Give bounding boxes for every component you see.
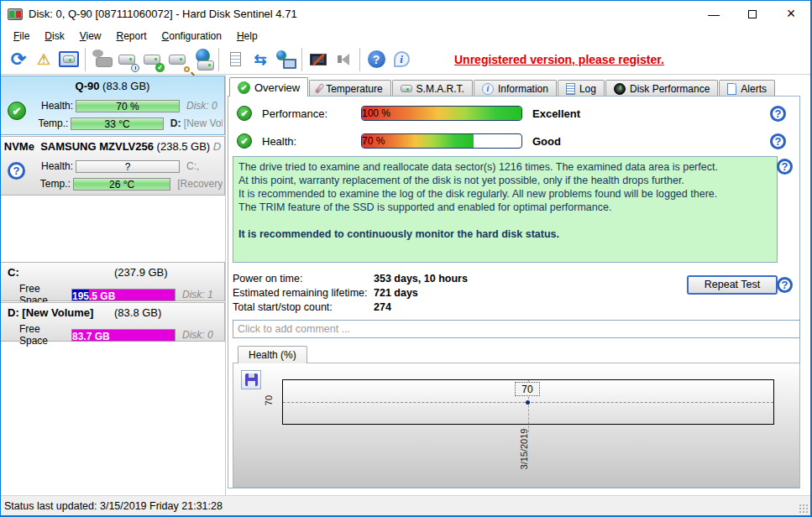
health-meter: 70 %	[361, 133, 522, 149]
tab-log[interactable]: Log	[558, 80, 605, 97]
disk-test-button[interactable]: ✓	[139, 47, 165, 72]
refresh-icon: ⟳	[11, 50, 26, 69]
tab-disk-performance[interactable]: Disk Performance	[605, 80, 718, 97]
help-icon[interactable]: ?	[777, 159, 793, 175]
ok-icon: ✔	[237, 133, 252, 149]
save-chart-button[interactable]	[241, 370, 261, 389]
report-document-icon	[230, 52, 241, 66]
gauge-icon	[614, 83, 626, 95]
sync-button[interactable]: ⇆	[248, 47, 273, 72]
sound-button[interactable]	[331, 47, 356, 72]
floppy-save-icon	[245, 373, 258, 386]
volume-size: (237.9 GB)	[114, 266, 168, 279]
disk-health-row: Health: ? C:,	[31, 159, 223, 174]
title-bar: Disk: 0, Q-90 [087111060072] - Hard Disk…	[1, 1, 810, 27]
warning-icon: ⚠	[37, 50, 50, 69]
sidebar-disk-q90[interactable]: Q-90 (83.8 GB) ✔ Health: 70 % Disk: 0 Te…	[1, 76, 225, 135]
free-space-row: Free Space 83.7 GB Disk: 0	[19, 323, 223, 347]
data-point-label: 70	[515, 382, 540, 396]
help-icon[interactable]: ?	[770, 133, 786, 149]
network-monitor-icon	[283, 59, 296, 69]
disk-size: (238.5 GB)	[157, 140, 211, 153]
comment-input[interactable]	[233, 320, 800, 338]
performance-meter: 100 %	[361, 106, 522, 121]
sidebar-spacer	[1, 196, 225, 262]
refresh-button[interactable]: ⟳	[6, 47, 31, 72]
disabled-disk-icon	[92, 50, 103, 57]
message-line: At this point, warranty replacement of t…	[238, 174, 772, 187]
speaker-icon	[338, 54, 349, 65]
info-button[interactable]: i	[389, 47, 414, 72]
unregistered-link[interactable]: Unregistered version, please register.	[454, 53, 664, 66]
app-logo-icon	[8, 8, 23, 20]
menu-report[interactable]: Report	[109, 29, 155, 44]
disk-name: Q-90	[76, 80, 100, 92]
tab-strip: ✔Overview Temperature S.M.A.R.T. iInform…	[229, 77, 810, 97]
help-icon: ?	[368, 50, 385, 68]
status-message-box[interactable]: The drive tried to examine and reallocat…	[233, 156, 778, 263]
main-panel: ✔Overview Temperature S.M.A.R.T. iInform…	[226, 76, 810, 495]
window-controls: — ×	[694, 1, 810, 27]
message-line: The TRIM feature of the SSD is supported…	[238, 201, 772, 214]
resize-grip[interactable]	[799, 504, 809, 514]
sidebar-volume-d[interactable]: D: [New Volume] (83.8 GB) Free Space 83.…	[1, 302, 225, 342]
disk-surface-scan-button[interactable]	[165, 47, 190, 72]
menu-file[interactable]: File	[6, 29, 37, 44]
disk-temp-row: Temp.: 26 °C [Recovery]	[31, 176, 223, 191]
maximize-icon	[748, 10, 757, 18]
page-icon	[727, 83, 736, 95]
chart-tab-health[interactable]: Health (%)	[238, 346, 307, 363]
health-bar: ?	[76, 160, 180, 173]
disk-trail: D	[213, 140, 221, 153]
hardware-tools-button[interactable]	[306, 47, 331, 72]
pc-screwdriver-icon	[310, 54, 327, 65]
tab-smart[interactable]: S.M.A.R.T.	[392, 80, 473, 97]
disk-magnifier-icon	[169, 55, 186, 65]
free-space-bar: 195.5 GB	[71, 289, 175, 301]
tab-temperature[interactable]: Temperature	[309, 80, 390, 97]
menu-view[interactable]: View	[72, 29, 109, 44]
ok-icon: ✔	[237, 106, 252, 121]
disk-display-button[interactable]	[56, 47, 81, 72]
close-button[interactable]: ×	[772, 1, 810, 27]
performance-row: ✔ Performance: 100 % Excellent ?	[237, 105, 793, 122]
tab-information[interactable]: iInformation	[474, 80, 557, 97]
sidebar-volume-c[interactable]: C: (237.9 GB) Free Space 195.5 GB Disk: …	[1, 262, 225, 301]
health-rating: Good	[532, 135, 561, 148]
maximize-button[interactable]	[733, 1, 772, 27]
tab-overview[interactable]: ✔Overview	[229, 77, 308, 97]
temp-bar: 33 °C	[71, 118, 163, 130]
help-icon[interactable]: ?	[770, 106, 786, 122]
alerts-warning-button[interactable]: ⚠	[31, 47, 56, 72]
menu-configuration[interactable]: Configuration	[155, 29, 229, 44]
volume-size: (83.8 GB)	[114, 306, 161, 319]
disk-schedule-button[interactable]	[114, 47, 139, 72]
menu-bar: File Disk View Report Configuration Help	[1, 27, 810, 44]
toolbar: ⟳ ⚠ ✓ ⇆ ? i Unregistered version, please…	[1, 44, 810, 75]
temp-bar: 26 °C	[73, 178, 170, 191]
disk-clock-icon	[118, 55, 135, 65]
help-icon[interactable]: ?	[777, 277, 793, 293]
disk-ok-icon: ✔	[8, 102, 26, 120]
sidebar-disk-nvme[interactable]: NVMe SAMSUNG MZVLV256 (238.5 GB) D ? Hea…	[1, 136, 225, 196]
check-circle-icon: ✔	[238, 81, 250, 94]
disk-health-row: Health: 70 % Disk: 0	[31, 98, 223, 113]
log-document-icon	[566, 83, 575, 95]
status-bar: Status last updated: 3/15/2019 Friday 21…	[1, 495, 810, 515]
menu-help[interactable]: Help	[229, 29, 265, 44]
volume-name: C:	[8, 266, 19, 279]
start-stop-count-row: Total start/stop count:274	[233, 301, 391, 315]
sync-arrows-icon: ⇆	[254, 52, 266, 67]
menu-disk[interactable]: Disk	[37, 29, 71, 44]
help-button[interactable]: ?	[364, 47, 389, 72]
free-space-bar: 83.7 GB	[71, 329, 175, 342]
remaining-lifetime-row: Estimated remaining lifetime:721 days	[233, 287, 418, 300]
minimize-button[interactable]: —	[694, 1, 733, 27]
report-button[interactable]	[223, 47, 248, 72]
tab-alerts[interactable]: Alerts	[719, 80, 775, 97]
network-remote-button[interactable]	[273, 47, 298, 72]
status-text: Status last updated: 3/15/2019 Friday 21…	[4, 500, 223, 512]
repeat-test-button[interactable]: Repeat Test	[687, 275, 778, 295]
online-update-button[interactable]	[190, 47, 215, 72]
data-point[interactable]	[526, 400, 530, 405]
